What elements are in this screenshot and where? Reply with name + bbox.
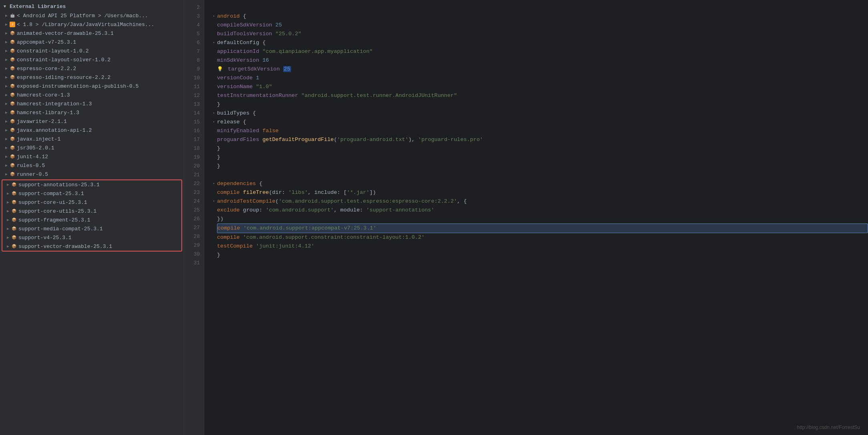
token: } <box>217 145 220 151</box>
code-text: dependencies { <box>217 179 868 188</box>
library-item[interactable]: ▶📦javax.annotation-api-1.2 <box>0 126 184 135</box>
library-item[interactable]: ▶📦espresso-core-2.2.2 <box>0 64 184 73</box>
token: false <box>262 128 279 134</box>
line-numbers: 2345678910111213141516171819202122232425… <box>184 0 204 435</box>
token: 'com.android.support.test.espresso:espre… <box>279 198 457 204</box>
line-number: 27 <box>184 224 204 232</box>
token: , include: [ <box>308 189 347 195</box>
fold-indicator[interactable]: ▾ <box>211 38 217 47</box>
jar-icon: 📦 <box>10 127 15 133</box>
fold-indicator[interactable]: ▾ <box>211 118 217 127</box>
library-item[interactable]: ▶📦animated-vector-drawable-25.3.1 <box>0 29 184 38</box>
fold-indicator[interactable]: ▾ <box>211 179 217 188</box>
fold-indicator[interactable]: ▾ <box>211 12 217 21</box>
code-area: 2345678910111213141516171819202122232425… <box>184 0 868 435</box>
library-item[interactable]: ▶📦hamcrest-library-1.3 <box>0 108 184 117</box>
jar-icon: 📦 <box>10 171 15 177</box>
library-item-label: javax.annotation-api-1.2 <box>17 127 92 133</box>
library-item-label: animated-vector-drawable-25.3.1 <box>17 30 114 36</box>
line-number: 16 <box>184 127 204 135</box>
library-item-label: support-media-compat-25.3.1 <box>18 226 103 232</box>
code-content: ▾android { compileSdkVersion 25 buildToo… <box>204 0 868 435</box>
highlighted-library-item[interactable]: ▶📦support-core-utils-25.3.1 <box>2 207 181 215</box>
line-number: 4 <box>184 21 204 30</box>
library-item[interactable]: ▶📦javawriter-2.1.1 <box>0 117 184 126</box>
fold-indicator[interactable]: ▾ <box>211 109 217 118</box>
highlighted-library-item[interactable]: ▶📦support-annotations-25.3.1 <box>2 180 181 189</box>
library-item[interactable]: ▶📦javax.inject-1 <box>0 135 184 143</box>
code-text: } <box>217 144 868 153</box>
library-item-label: support-vector-drawable-25.3.1 <box>18 244 112 250</box>
token: 'com.android.support:appcompat-v7:25.3.1… <box>243 225 376 231</box>
code-line: ▾ androidTestCompile('com.android.suppor… <box>211 197 868 206</box>
library-item-label: hamcrest-integration-1.3 <box>17 101 92 107</box>
library-item-label: support-core-ui-25.3.1 <box>18 199 87 205</box>
library-item[interactable]: ▶📦runner-0.5 <box>0 170 184 179</box>
token: testCompile <box>217 243 253 249</box>
highlighted-library-item[interactable]: ▶📦support-v4-25.3.1 <box>2 233 181 242</box>
token: 'proguard-rules.pro' <box>418 137 483 143</box>
line-number: 13 <box>184 100 204 109</box>
line-number: 14 <box>184 109 204 118</box>
code-text: proguardFiles getDefaultProguardFile('pr… <box>217 135 868 144</box>
highlighted-library-item[interactable]: ▶📦support-vector-drawable-25.3.1 <box>2 242 181 251</box>
line-number: 20 <box>184 162 204 171</box>
code-text: buildToolsVersion "25.0.2" <box>217 30 868 38</box>
item-arrow: ▶ <box>3 65 10 72</box>
library-item[interactable]: ▶📦hamcrest-core-1.3 <box>0 91 184 99</box>
library-item[interactable]: ▶📦rules-0.5 <box>0 161 184 170</box>
highlighted-library-item[interactable]: ▶📦support-core-ui-25.3.1 <box>2 198 181 207</box>
library-item-label: hamcrest-library-1.3 <box>17 110 79 116</box>
token: applicationId <box>217 48 259 54</box>
library-item-label: javawriter-2.1.1 <box>17 119 67 125</box>
code-text: compile 'com.android.support.constraint:… <box>217 233 868 242</box>
jar-icon: 📦 <box>11 191 17 196</box>
highlighted-library-item[interactable]: ▶📦support-compat-25.3.1 <box>2 189 181 198</box>
library-item-label: support-v4-25.3.1 <box>18 235 72 241</box>
highlighted-library-item[interactable]: ▶📦support-fragment-25.3.1 <box>2 215 181 224</box>
line-number: 6 <box>184 38 204 47</box>
code-line: } <box>211 100 868 109</box>
jar-icon: 📦 <box>10 48 15 54</box>
library-item[interactable]: ▶📦constraint-layout-solver-1.0.2 <box>0 55 184 64</box>
token <box>225 66 228 72</box>
token: , { <box>457 198 467 204</box>
library-item-label: support-annotations-25.3.1 <box>18 182 100 188</box>
code-text: defaultConfig { <box>217 38 868 47</box>
token: 1 <box>256 75 259 81</box>
line-number: 10 <box>184 74 204 83</box>
external-libraries-header[interactable]: ▼ External Libraries <box>0 2 184 11</box>
library-item[interactable]: ▶📦constraint-layout-1.0.2 <box>0 46 184 55</box>
jar-icon: 📦 <box>10 57 15 62</box>
item-arrow: ▶ <box>3 162 10 169</box>
jar-icon: 📦 <box>10 92 15 98</box>
sidebar: ▼ External Libraries ▶🤖< Android API 25 … <box>0 0 184 435</box>
library-item[interactable]: ▶🤖< Android API 25 Platform > /Users/mac… <box>0 11 184 20</box>
library-item[interactable]: ▶📦appcompat-v7-25.3.1 <box>0 38 184 46</box>
code-text: androidTestCompile('com.android.support.… <box>217 197 868 206</box>
library-item-label: appcompat-v7-25.3.1 <box>17 39 76 45</box>
code-line: compile 'com.android.support.constraint:… <box>211 233 868 242</box>
line-number: 18 <box>184 144 204 153</box>
item-arrow: ▶ <box>5 190 11 197</box>
library-item[interactable]: ▶📦espresso-idling-resource-2.2.2 <box>0 73 184 82</box>
code-editor: 2345678910111213141516171819202122232425… <box>184 0 868 435</box>
line-number: 9 <box>184 65 204 74</box>
library-item[interactable]: ▶📦hamcrest-integration-1.3 <box>0 99 184 108</box>
token: compileSdkVersion <box>217 22 272 28</box>
highlighted-library-item[interactable]: ▶📦support-media-compat-25.3.1 <box>2 224 181 233</box>
line-number: 22 <box>184 179 204 188</box>
token: 'junit:junit:4.12' <box>256 243 314 249</box>
item-arrow: ▶ <box>3 39 10 45</box>
token: buildTypes { <box>217 110 256 116</box>
library-item[interactable]: ▶📦junit-4.12 <box>0 152 184 161</box>
library-item[interactable]: ▶📦jsr305-2.0.1 <box>0 143 184 152</box>
jar-icon: 📦 <box>11 235 17 240</box>
library-item[interactable]: ▶J< 1.8 > /Library/Java/JavaVirtualMachi… <box>0 20 184 29</box>
library-item[interactable]: ▶📦exposed-instrumentation-api-publish-0.… <box>0 82 184 91</box>
jar-icon: 📦 <box>10 30 15 36</box>
library-item-label: runner-0.5 <box>17 171 48 177</box>
fold-indicator[interactable]: ▾ <box>211 197 217 206</box>
library-item-label: constraint-layout-solver-1.0.2 <box>17 57 111 63</box>
code-line: compile fileTree(dir: 'libs', include: [… <box>211 188 868 197</box>
